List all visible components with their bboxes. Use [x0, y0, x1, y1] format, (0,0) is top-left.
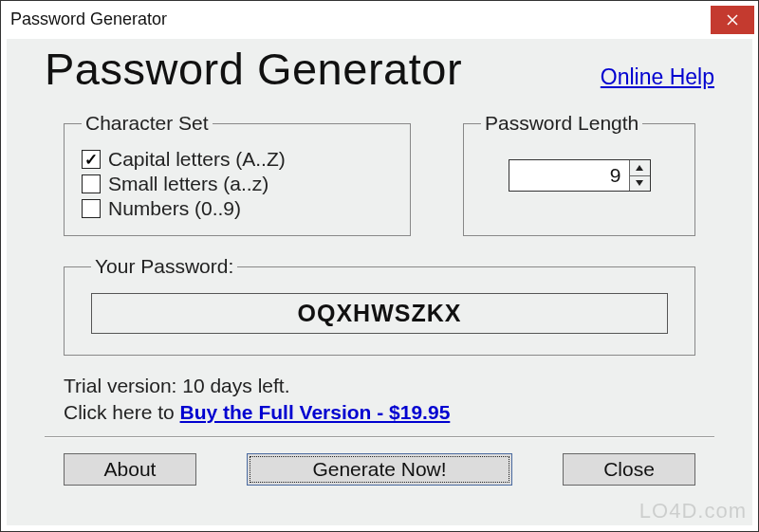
spinner-up-button[interactable] [630, 160, 650, 175]
online-help-link[interactable]: Online Help [601, 64, 714, 90]
checkbox-icon [82, 150, 101, 169]
checkbox-numbers[interactable]: Numbers (0..9) [82, 197, 393, 220]
checkbox-capital-letters[interactable]: Capital letters (A..Z) [82, 148, 393, 171]
window-frame: Password Generator Password Generator On… [0, 0, 759, 532]
titlebar[interactable]: Password Generator [1, 1, 758, 37]
password-output[interactable]: OQXHWSZKX [91, 293, 668, 334]
window-title: Password Generator [10, 9, 167, 29]
charset-legend: Character Set [82, 112, 213, 135]
generate-button[interactable]: Generate Now! [247, 453, 512, 486]
checkbox-label: Capital letters (A..Z) [108, 148, 286, 171]
separator [45, 436, 714, 438]
checkbox-label: Small letters (a..z) [108, 173, 268, 195]
trial-info: Trial version: 10 days left. Click here … [64, 373, 695, 427]
close-button[interactable]: Close [563, 453, 695, 486]
charset-fieldset: Character Set Capital letters (A..Z) Sma… [64, 112, 411, 236]
spinner-buttons [629, 160, 650, 191]
header-row: Password Generator Online Help [45, 39, 714, 95]
svg-marker-2 [636, 165, 643, 171]
options-row: Character Set Capital letters (A..Z) Sma… [64, 112, 695, 236]
checkbox-small-letters[interactable]: Small letters (a..z) [82, 173, 393, 195]
password-output-fieldset: Your Password: OQXHWSZKX [64, 255, 695, 356]
checkbox-icon [82, 199, 101, 218]
password-output-legend: Your Password: [91, 255, 237, 278]
about-button[interactable]: About [64, 453, 196, 486]
chevron-up-icon [636, 165, 643, 171]
chevron-down-icon [636, 180, 643, 186]
length-legend: Password Length [481, 112, 642, 135]
trial-line2-prefix: Click here to [64, 401, 180, 423]
window-close-button[interactable] [711, 6, 754, 34]
trial-line1: Trial version: 10 days left. [64, 373, 695, 399]
length-spinner[interactable]: 9 [509, 159, 651, 192]
page-title: Password Generator [45, 43, 462, 95]
close-icon [727, 14, 738, 26]
client-area: Password Generator Online Help Character… [7, 39, 752, 525]
button-row: About Generate Now! Close [64, 453, 695, 486]
trial-line2: Click here to Buy the Full Version - $19… [64, 399, 695, 426]
checkbox-label: Numbers (0..9) [108, 197, 241, 220]
length-fieldset: Password Length 9 [463, 112, 695, 236]
svg-marker-3 [636, 180, 643, 186]
spinner-down-button[interactable] [630, 175, 650, 192]
length-value[interactable]: 9 [509, 160, 629, 191]
checkbox-icon [82, 174, 101, 193]
buy-full-version-link[interactable]: Buy the Full Version - $19.95 [180, 401, 451, 423]
